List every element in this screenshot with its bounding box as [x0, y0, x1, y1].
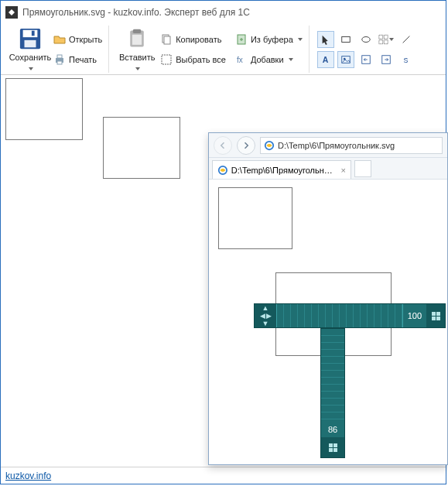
shape-rectangle[interactable] [5, 78, 83, 140]
app-icon [5, 6, 18, 19]
save-label: Сохранить [9, 53, 52, 62]
close-icon[interactable]: × [341, 166, 346, 175]
folder-open-icon [53, 33, 66, 46]
save-button[interactable]: Сохранить [9, 26, 52, 73]
arrow-right-icon: ▶ [266, 313, 272, 320]
ie-icon [264, 140, 275, 151]
svg-text:S: S [403, 56, 408, 63]
arrow-down-icon: ▼ [262, 320, 269, 327]
nav-forward-button[interactable] [237, 136, 255, 155]
open-button[interactable]: Открыть [52, 32, 104, 47]
tool-image[interactable] [337, 51, 354, 68]
ruler-move-handle[interactable]: ▲ ◀▶ ▼ [255, 304, 276, 327]
titlebar: Прямоугольник.svg - kuzkov.info. Эксперт… [1, 1, 446, 24]
nav-back-button[interactable] [214, 136, 232, 155]
arrow-left-icon: ◀ [260, 313, 265, 320]
file-stack: Открыть Печать [52, 26, 104, 73]
paste-label: Вставить [119, 53, 156, 62]
printer-icon [53, 53, 66, 66]
clipboard-in-icon [235, 33, 248, 46]
fromclipboard-label: Из буфера [251, 35, 293, 44]
ie-tab-label: D:\Temp\6\Прямоугольни... [231, 166, 335, 175]
ie-window: D:\Temp\6\Прямоугольник.svg D:\Temp\6\Пр… [208, 132, 448, 465]
copy-icon [160, 33, 173, 46]
svg-rect-17 [379, 35, 383, 39]
group-tools: A S [311, 26, 421, 73]
svg-text:fx: fx [237, 56, 243, 64]
chevron-down-icon [29, 67, 33, 70]
ie-tab[interactable]: D:\Temp\6\Прямоугольни... × [212, 160, 351, 179]
svg-rectangle [275, 272, 392, 356]
group-clipboard: Вставить Копировать Выбрать все Из буфер… [111, 26, 309, 73]
arrow-up-icon: ▲ [262, 305, 269, 312]
copy-label: Копировать [176, 35, 221, 44]
grid-icon [432, 312, 440, 320]
svg-line-21 [402, 36, 409, 43]
tool-pointer[interactable] [317, 31, 334, 48]
tool-text[interactable]: A [317, 51, 334, 68]
svg-rect-5 [57, 55, 62, 58]
svg-rect-8 [133, 29, 142, 33]
tool-export-right[interactable] [378, 51, 395, 68]
ie-navbar: D:\Temp\6\Прямоугольник.svg [209, 133, 447, 158]
addons-label: Добавки [251, 55, 284, 64]
svg-rect-15 [342, 36, 351, 42]
svg-rect-12 [162, 55, 171, 64]
group-file: Сохранить Открыть Печать [4, 26, 109, 73]
svg-rectangle [218, 187, 292, 249]
ruler-grid-handle[interactable] [321, 437, 344, 457]
statusbar: kuzkov.info [1, 467, 446, 484]
address-bar[interactable]: D:\Temp\6\Прямоугольник.svg [260, 137, 443, 154]
selectall-button[interactable]: Выбрать все [159, 52, 227, 67]
chevron-down-icon [298, 38, 303, 41]
selectall-label: Выбрать все [176, 55, 226, 64]
tool-export-left[interactable] [357, 51, 374, 68]
svg-rect-11 [164, 36, 170, 44]
tool-rectangle[interactable] [337, 31, 354, 48]
print-label: Печать [69, 55, 97, 64]
svg-text:A: A [322, 54, 328, 63]
tool-ellipse[interactable] [357, 31, 374, 48]
ruler-grid-handle[interactable] [426, 304, 445, 327]
address-text: D:\Temp\6\Прямоугольник.svg [278, 141, 395, 150]
svg-rect-6 [57, 61, 62, 64]
open-label: Открыть [69, 35, 102, 44]
shape-rectangle[interactable] [103, 117, 180, 179]
fx-icon: fx [235, 53, 248, 66]
clipboard-icon [125, 26, 149, 51]
svg-rect-1 [23, 30, 38, 37]
addons-button[interactable]: fx Добавки [234, 52, 304, 67]
select-all-icon [160, 53, 173, 66]
save-icon [18, 26, 43, 51]
ie-tabstrip: D:\Temp\6\Прямоугольни... × [209, 158, 447, 180]
svg-rect-18 [384, 35, 388, 39]
ie-viewport[interactable]: ▲ ◀▶ ▼ 100 86 [209, 180, 447, 464]
chevron-down-icon [289, 58, 293, 61]
paste-button[interactable]: Вставить [115, 26, 159, 73]
ribbon: Сохранить Открыть Печать Вставить [1, 24, 446, 75]
status-link[interactable]: kuzkov.info [5, 471, 51, 481]
svg-rect-19 [379, 39, 383, 43]
grid-icon [329, 443, 337, 452]
tool-group[interactable] [378, 31, 395, 48]
tool-more[interactable]: S [398, 51, 415, 68]
svg-rect-20 [384, 39, 388, 43]
window-title: Прямоугольник.svg - kuzkov.info. Эксперт… [22, 7, 250, 18]
svg-rect-2 [25, 40, 36, 47]
ruler-width-readout: 100 [403, 304, 426, 327]
svg-rect-3 [32, 31, 35, 36]
ie-icon [217, 165, 228, 176]
new-tab-button[interactable] [354, 160, 371, 177]
svg-rect-9 [132, 35, 142, 45]
tool-line[interactable] [398, 31, 415, 48]
chevron-down-icon [135, 67, 140, 70]
print-button[interactable]: Печать [52, 52, 104, 67]
tool-grid: A S [316, 26, 416, 73]
fromclipboard-button[interactable]: Из буфера [234, 32, 304, 47]
svg-point-16 [362, 36, 371, 42]
clipboard-stack: Копировать Выбрать все [159, 26, 227, 73]
chevron-down-icon [389, 38, 394, 41]
copy-button[interactable]: Копировать [159, 32, 227, 47]
ruler-height-readout: 86 [321, 422, 344, 437]
clipboard-stack-2: Из буфера fx Добавки [234, 26, 304, 73]
